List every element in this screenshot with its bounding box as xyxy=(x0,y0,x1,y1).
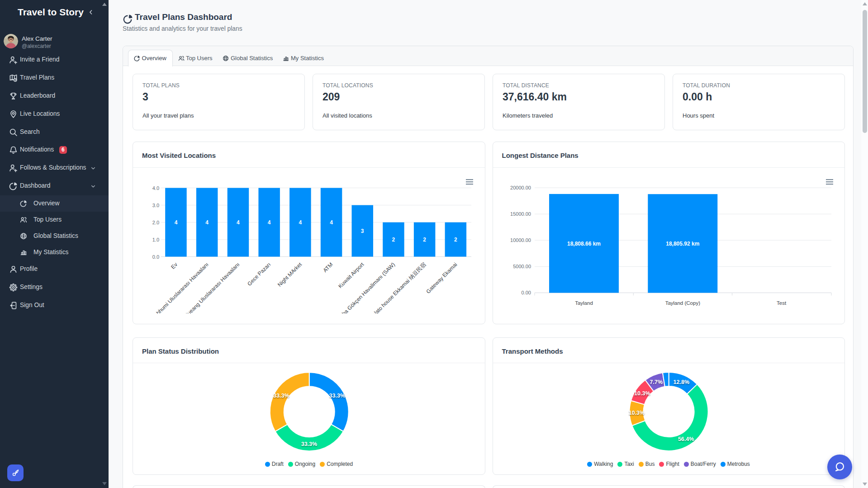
svg-text:ATM: ATM xyxy=(322,261,334,274)
svg-text:Gelato house Ekkamai 纳豆民宿: Gelato house Ekkamai 纳豆民宿 xyxy=(368,261,427,313)
svg-text:5000.00: 5000.00 xyxy=(513,264,531,269)
svg-text:18,805.92 km: 18,805.92 km xyxy=(666,241,699,247)
svg-text:4: 4 xyxy=(205,219,209,226)
svg-text:3: 3 xyxy=(361,228,364,234)
svg-text:7.7%: 7.7% xyxy=(650,379,663,385)
svg-text:33.3%: 33.3% xyxy=(273,393,289,399)
svg-text:10.3%: 10.3% xyxy=(634,390,650,397)
svg-text:Tayland (Copy): Tayland (Copy) xyxy=(665,300,701,306)
svg-text:10000.00: 10000.00 xyxy=(510,237,531,243)
svg-text:0.0: 0.0 xyxy=(152,254,159,260)
svg-text:Tayland: Tayland xyxy=(575,300,593,306)
svg-text:2: 2 xyxy=(392,237,395,243)
svg-text:56.4%: 56.4% xyxy=(678,436,694,442)
svg-text:4: 4 xyxy=(175,219,178,226)
svg-text:4.0: 4.0 xyxy=(152,185,159,191)
svg-text:33.3%: 33.3% xyxy=(329,393,345,399)
svg-text:0.00: 0.00 xyxy=(522,290,531,295)
svg-text:Kuwait Airport: Kuwait Airport xyxy=(337,261,365,289)
svg-text:15000.00: 15000.00 xyxy=(510,211,531,217)
svg-text:Night MArket: Night MArket xyxy=(276,261,303,288)
svg-text:18,808.66 km: 18,808.66 km xyxy=(567,241,601,247)
svg-text:Test: Test xyxy=(777,300,787,306)
svg-text:20000.00: 20000.00 xyxy=(510,185,531,190)
svg-text:10.3%: 10.3% xyxy=(628,410,644,416)
svg-text:4: 4 xyxy=(330,219,333,226)
svg-text:12.8%: 12.8% xyxy=(674,379,689,385)
svg-text:4: 4 xyxy=(237,219,240,226)
svg-text:2: 2 xyxy=(454,237,457,243)
svg-text:2.0: 2.0 xyxy=(152,220,159,225)
svg-text:Gece Pazarı: Gece Pazarı xyxy=(246,261,272,287)
svg-text:Gateway Ekamai: Gateway Ekamai xyxy=(425,261,458,295)
svg-text:2: 2 xyxy=(423,237,426,243)
svg-text:Ev: Ev xyxy=(170,261,179,270)
svg-text:33.3%: 33.3% xyxy=(301,441,317,447)
svg-text:4: 4 xyxy=(299,219,302,226)
svg-text:4: 4 xyxy=(268,219,271,226)
svg-text:1.0: 1.0 xyxy=(152,237,159,242)
svg-text:3.0: 3.0 xyxy=(152,203,159,208)
